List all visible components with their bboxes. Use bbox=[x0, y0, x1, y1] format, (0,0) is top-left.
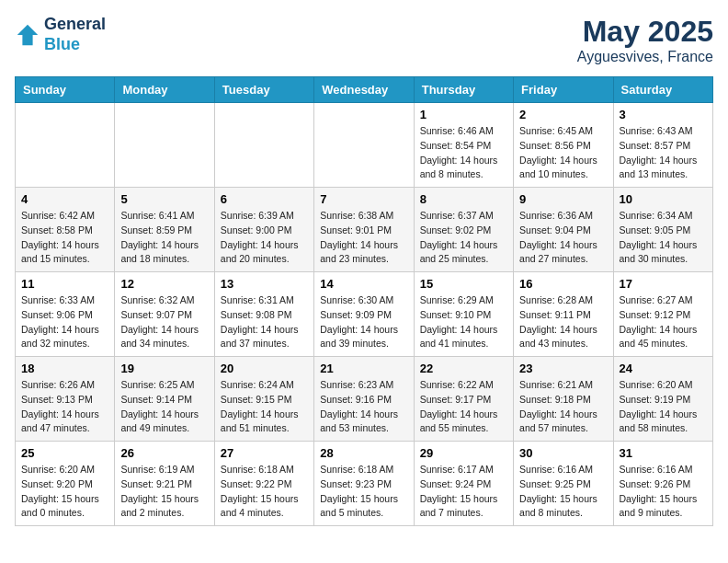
calendar-cell: 25Sunrise: 6:20 AM Sunset: 9:20 PM Dayli… bbox=[16, 442, 115, 526]
day-number: 22 bbox=[420, 362, 507, 375]
calendar-table: SundayMondayTuesdayWednesdayThursdayFrid… bbox=[15, 76, 713, 526]
calendar-cell: 29Sunrise: 6:17 AM Sunset: 9:24 PM Dayli… bbox=[414, 442, 513, 526]
weekday-header-sunday: Sunday bbox=[16, 77, 115, 103]
day-info: Sunrise: 6:21 AM Sunset: 9:18 PM Dayligh… bbox=[519, 378, 607, 436]
day-info: Sunrise: 6:24 AM Sunset: 9:15 PM Dayligh… bbox=[221, 378, 308, 436]
day-info: Sunrise: 6:42 AM Sunset: 8:58 PM Dayligh… bbox=[21, 209, 108, 267]
day-info: Sunrise: 6:45 AM Sunset: 8:56 PM Dayligh… bbox=[519, 124, 607, 182]
day-info: Sunrise: 6:17 AM Sunset: 9:24 PM Dayligh… bbox=[420, 463, 507, 521]
day-number: 14 bbox=[320, 277, 407, 291]
day-number: 11 bbox=[21, 277, 108, 291]
calendar-cell: 8Sunrise: 6:37 AM Sunset: 9:02 PM Daylig… bbox=[414, 188, 513, 272]
day-number: 29 bbox=[420, 446, 507, 460]
day-number: 4 bbox=[21, 192, 108, 206]
day-info: Sunrise: 6:19 AM Sunset: 9:21 PM Dayligh… bbox=[120, 463, 208, 521]
calendar-cell: 9Sunrise: 6:36 AM Sunset: 9:04 PM Daylig… bbox=[514, 188, 613, 272]
day-info: Sunrise: 6:18 AM Sunset: 9:23 PM Dayligh… bbox=[320, 463, 407, 521]
title-block: May 2025 Ayguesvives, France bbox=[577, 15, 713, 65]
weekday-header-saturday: Saturday bbox=[613, 77, 712, 103]
weekday-header-tuesday: Tuesday bbox=[214, 77, 313, 103]
calendar-cell: 17Sunrise: 6:27 AM Sunset: 9:12 PM Dayli… bbox=[613, 272, 712, 357]
day-info: Sunrise: 6:28 AM Sunset: 9:11 PM Dayligh… bbox=[519, 293, 607, 351]
day-number: 19 bbox=[120, 362, 208, 375]
day-number: 1 bbox=[420, 108, 507, 121]
calendar-cell: 15Sunrise: 6:29 AM Sunset: 9:10 PM Dayli… bbox=[414, 272, 513, 357]
day-info: Sunrise: 6:30 AM Sunset: 9:09 PM Dayligh… bbox=[320, 293, 407, 351]
calendar-cell: 14Sunrise: 6:30 AM Sunset: 9:09 PM Dayli… bbox=[314, 272, 414, 357]
calendar-cell: 24Sunrise: 6:20 AM Sunset: 9:19 PM Dayli… bbox=[613, 357, 712, 442]
day-info: Sunrise: 6:26 AM Sunset: 9:13 PM Dayligh… bbox=[21, 378, 108, 436]
day-number: 28 bbox=[320, 446, 407, 460]
calendar-cell: 21Sunrise: 6:23 AM Sunset: 9:16 PM Dayli… bbox=[314, 357, 414, 442]
day-info: Sunrise: 6:20 AM Sunset: 9:20 PM Dayligh… bbox=[21, 463, 108, 521]
calendar-cell: 28Sunrise: 6:18 AM Sunset: 9:23 PM Dayli… bbox=[314, 442, 414, 526]
calendar-cell: 3Sunrise: 6:43 AM Sunset: 8:57 PM Daylig… bbox=[613, 103, 712, 188]
logo: General Blue bbox=[15, 15, 106, 54]
calendar-cell: 27Sunrise: 6:18 AM Sunset: 9:22 PM Dayli… bbox=[214, 442, 313, 526]
day-number: 9 bbox=[519, 192, 607, 206]
day-info: Sunrise: 6:20 AM Sunset: 9:19 PM Dayligh… bbox=[620, 378, 707, 436]
day-info: Sunrise: 6:36 AM Sunset: 9:04 PM Dayligh… bbox=[519, 209, 607, 267]
calendar-cell: 13Sunrise: 6:31 AM Sunset: 9:08 PM Dayli… bbox=[214, 272, 313, 357]
day-number: 30 bbox=[519, 446, 607, 460]
day-number: 7 bbox=[320, 192, 407, 206]
day-info: Sunrise: 6:39 AM Sunset: 9:00 PM Dayligh… bbox=[221, 209, 308, 267]
calendar-cell: 7Sunrise: 6:38 AM Sunset: 9:01 PM Daylig… bbox=[314, 188, 414, 272]
day-number: 21 bbox=[320, 362, 407, 375]
day-info: Sunrise: 6:18 AM Sunset: 9:22 PM Dayligh… bbox=[221, 463, 308, 521]
day-info: Sunrise: 6:29 AM Sunset: 9:10 PM Dayligh… bbox=[420, 293, 507, 351]
day-number: 24 bbox=[620, 362, 707, 375]
day-number: 10 bbox=[620, 192, 707, 206]
weekday-header-thursday: Thursday bbox=[414, 77, 513, 103]
day-info: Sunrise: 6:37 AM Sunset: 9:02 PM Dayligh… bbox=[420, 209, 507, 267]
calendar-cell: 4Sunrise: 6:42 AM Sunset: 8:58 PM Daylig… bbox=[16, 188, 115, 272]
day-info: Sunrise: 6:46 AM Sunset: 8:54 PM Dayligh… bbox=[420, 124, 507, 182]
day-info: Sunrise: 6:43 AM Sunset: 8:57 PM Dayligh… bbox=[620, 124, 707, 182]
logo-text: General Blue bbox=[44, 15, 106, 54]
weekday-header-wednesday: Wednesday bbox=[314, 77, 414, 103]
calendar-cell bbox=[16, 103, 115, 188]
day-info: Sunrise: 6:31 AM Sunset: 9:08 PM Dayligh… bbox=[221, 293, 308, 351]
weekday-header-friday: Friday bbox=[514, 77, 613, 103]
day-number: 6 bbox=[221, 192, 308, 206]
day-number: 18 bbox=[21, 362, 108, 375]
calendar-cell: 11Sunrise: 6:33 AM Sunset: 9:06 PM Dayli… bbox=[16, 272, 115, 357]
day-info: Sunrise: 6:33 AM Sunset: 9:06 PM Dayligh… bbox=[21, 293, 108, 351]
day-info: Sunrise: 6:22 AM Sunset: 9:17 PM Dayligh… bbox=[420, 378, 507, 436]
calendar-week-1: 1Sunrise: 6:46 AM Sunset: 8:54 PM Daylig… bbox=[16, 103, 713, 188]
day-number: 15 bbox=[420, 277, 507, 291]
day-info: Sunrise: 6:23 AM Sunset: 9:16 PM Dayligh… bbox=[320, 378, 407, 436]
calendar-cell: 30Sunrise: 6:16 AM Sunset: 9:25 PM Dayli… bbox=[514, 442, 613, 526]
day-number: 12 bbox=[120, 277, 208, 291]
calendar-week-3: 11Sunrise: 6:33 AM Sunset: 9:06 PM Dayli… bbox=[16, 272, 713, 357]
weekday-header-monday: Monday bbox=[115, 77, 214, 103]
day-info: Sunrise: 6:38 AM Sunset: 9:01 PM Dayligh… bbox=[320, 209, 407, 267]
day-info: Sunrise: 6:41 AM Sunset: 8:59 PM Dayligh… bbox=[120, 209, 208, 267]
calendar-cell: 16Sunrise: 6:28 AM Sunset: 9:11 PM Dayli… bbox=[514, 272, 613, 357]
calendar-week-2: 4Sunrise: 6:42 AM Sunset: 8:58 PM Daylig… bbox=[16, 188, 713, 272]
calendar-cell: 1Sunrise: 6:46 AM Sunset: 8:54 PM Daylig… bbox=[414, 103, 513, 188]
calendar-cell: 2Sunrise: 6:45 AM Sunset: 8:56 PM Daylig… bbox=[514, 103, 613, 188]
day-number: 31 bbox=[620, 446, 707, 460]
day-number: 20 bbox=[221, 362, 308, 375]
svg-marker-0 bbox=[17, 24, 38, 44]
calendar-cell bbox=[314, 103, 414, 188]
day-number: 27 bbox=[221, 446, 308, 460]
calendar-cell: 20Sunrise: 6:24 AM Sunset: 9:15 PM Dayli… bbox=[214, 357, 313, 442]
day-number: 25 bbox=[21, 446, 108, 460]
day-info: Sunrise: 6:32 AM Sunset: 9:07 PM Dayligh… bbox=[120, 293, 208, 351]
day-number: 26 bbox=[120, 446, 208, 460]
day-number: 5 bbox=[120, 192, 208, 206]
logo-icon bbox=[15, 22, 40, 48]
calendar-cell: 23Sunrise: 6:21 AM Sunset: 9:18 PM Dayli… bbox=[514, 357, 613, 442]
day-number: 8 bbox=[420, 192, 507, 206]
day-number: 13 bbox=[221, 277, 308, 291]
day-number: 17 bbox=[620, 277, 707, 291]
day-info: Sunrise: 6:25 AM Sunset: 9:14 PM Dayligh… bbox=[120, 378, 208, 436]
calendar-cell bbox=[115, 103, 214, 188]
calendar-cell: 5Sunrise: 6:41 AM Sunset: 8:59 PM Daylig… bbox=[115, 188, 214, 272]
page-header: General Blue May 2025 Ayguesvives, Franc… bbox=[15, 15, 713, 65]
day-info: Sunrise: 6:16 AM Sunset: 9:26 PM Dayligh… bbox=[620, 463, 707, 521]
day-number: 23 bbox=[519, 362, 607, 375]
calendar-cell: 10Sunrise: 6:34 AM Sunset: 9:05 PM Dayli… bbox=[613, 188, 712, 272]
